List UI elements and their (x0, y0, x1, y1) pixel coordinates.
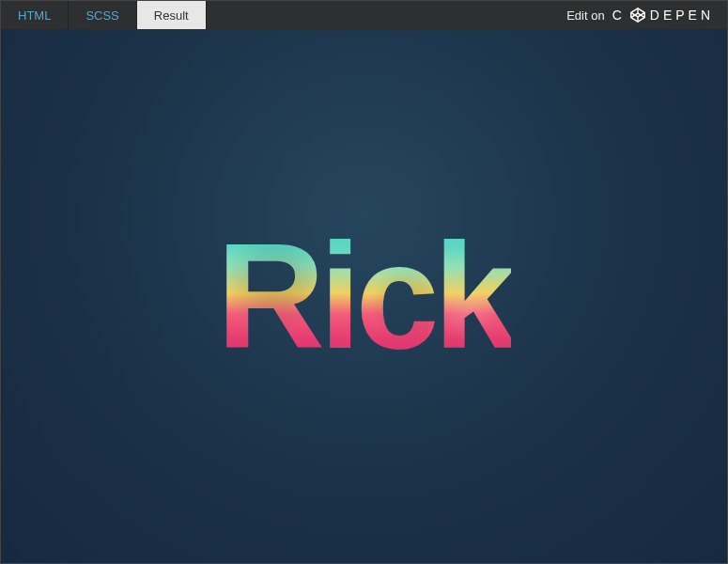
codepen-embed-frame: HTML SCSS Result Edit on C DEPEN (0, 0, 728, 564)
tab-html[interactable]: HTML (1, 1, 69, 29)
codepen-logo-text-right: DEPEN (650, 8, 714, 23)
tab-result[interactable]: Result (137, 1, 207, 29)
topbar: HTML SCSS Result Edit on C DEPEN (1, 1, 727, 29)
edit-on-label: Edit on (566, 8, 604, 23)
headline-text: Rick (217, 221, 512, 371)
edit-on-codepen-link[interactable]: Edit on C DEPEN (553, 1, 727, 29)
tab-scss[interactable]: SCSS (69, 1, 136, 29)
tabs: HTML SCSS Result (1, 1, 207, 29)
codepen-logo: C DEPEN (612, 7, 714, 24)
codepen-logo-text-left: C (612, 8, 626, 23)
codepen-cube-icon (629, 7, 646, 24)
preview-pane: Rick (1, 29, 727, 563)
